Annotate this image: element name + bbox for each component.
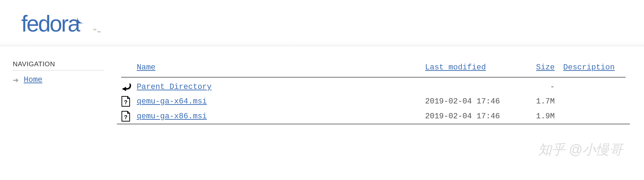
trademark-symbol: ™ xyxy=(92,28,96,32)
svg-text:?: ? xyxy=(124,100,128,106)
content-wrapper: NAVIGATION ➔ Home Name Last modified Siz… xyxy=(0,46,644,124)
parent-size: - xyxy=(520,80,559,94)
sort-name-link[interactable]: Name xyxy=(137,63,156,72)
file-modified: 2019-02-04 17:46 xyxy=(421,94,520,109)
header-row: Name Last modified Size Description xyxy=(117,60,630,75)
fedora-logo: fedora ™ ™ xyxy=(21,11,623,37)
file-row: ? qemu-ga-x86.msi 2019-02-04 17:46 1.9M xyxy=(117,109,630,124)
fedora-bubble-icon xyxy=(77,9,92,25)
parent-directory-row: Parent Directory - xyxy=(117,80,630,94)
sort-modified-link[interactable]: Last modified xyxy=(425,63,486,72)
file-link[interactable]: qemu-ga-x64.msi xyxy=(137,97,207,106)
navigation-heading: NAVIGATION xyxy=(13,60,104,71)
arrow-right-icon: ➔ xyxy=(13,76,19,84)
sidebar: NAVIGATION ➔ Home xyxy=(0,60,117,124)
file-description xyxy=(559,109,630,124)
unknown-file-icon: ? xyxy=(121,96,131,107)
back-arrow-icon xyxy=(121,82,131,92)
file-modified: 2019-02-04 17:46 xyxy=(421,109,520,124)
page-header: fedora ™ ™ xyxy=(0,0,644,46)
file-size: 1.9M xyxy=(520,109,559,124)
svg-text:?: ? xyxy=(124,114,128,121)
home-link[interactable]: Home xyxy=(24,75,43,84)
file-size: 1.7M xyxy=(520,94,559,109)
file-link[interactable]: qemu-ga-x86.msi xyxy=(137,112,207,121)
logo-text: fedora xyxy=(21,11,79,37)
file-row: ? qemu-ga-x64.msi 2019-02-04 17:46 1.7M xyxy=(117,94,630,109)
trademark-symbol-lower: ™ xyxy=(97,30,101,34)
unknown-file-icon: ? xyxy=(121,111,131,122)
parent-directory-link[interactable]: Parent Directory xyxy=(137,83,211,91)
main-content: Name Last modified Size Description Pare… xyxy=(117,60,644,124)
directory-listing: Name Last modified Size Description Pare… xyxy=(117,60,630,124)
sort-description-link[interactable]: Description xyxy=(563,63,615,72)
file-description xyxy=(559,94,630,109)
sort-size-link[interactable]: Size xyxy=(536,63,555,72)
nav-home-item: ➔ Home xyxy=(13,75,104,84)
